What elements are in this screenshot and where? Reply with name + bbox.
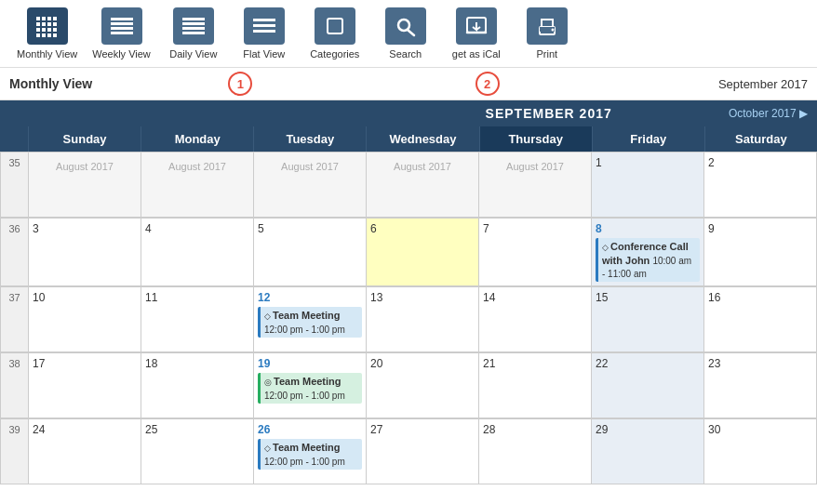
- cal-cell-sep18[interactable]: 18: [141, 353, 254, 418]
- view-title: Monthly View: [9, 76, 224, 91]
- cal-cell-sep13[interactable]: 13: [367, 287, 479, 352]
- flat-view-label: Flat View: [243, 48, 285, 60]
- event-icon: ◇: [264, 444, 271, 453]
- day-number: 5: [258, 222, 362, 235]
- calendar: SEPTEMBER 2017 October 2017 ▶ Sunday Mon…: [0, 100, 817, 484]
- cal-cell-sep3[interactable]: 3: [29, 219, 141, 286]
- header-tuesday: Tuesday: [253, 126, 366, 152]
- svg-rect-17: [111, 22, 133, 25]
- day-number: 14: [483, 291, 587, 304]
- get-as-ical-button[interactable]: get as iCal: [449, 7, 504, 60]
- cal-cell-sep9[interactable]: 9: [704, 219, 817, 286]
- cal-cell-sep16[interactable]: 16: [704, 287, 817, 352]
- day-number: 22: [596, 357, 700, 370]
- flat-view-button[interactable]: Flat View: [236, 7, 292, 60]
- cal-cell-sep21[interactable]: 21: [479, 353, 592, 418]
- cal-cell-sep7[interactable]: 7: [479, 219, 592, 286]
- week-num-39: 39: [1, 419, 29, 484]
- cal-cell-sep20[interactable]: 20: [367, 353, 479, 418]
- cal-cell-sep22[interactable]: 22: [592, 353, 704, 418]
- cal-cell-sep30[interactable]: 30: [704, 419, 817, 484]
- svg-rect-9: [42, 28, 46, 32]
- team-meeting-event-26[interactable]: ◇Team Meeting 12:00 pm - 1:00 pm: [258, 439, 362, 470]
- svg-rect-18: [111, 27, 133, 30]
- cal-cell-sep4[interactable]: 4: [141, 219, 254, 286]
- cal-cell-sep11[interactable]: 11: [141, 287, 254, 352]
- event-name: Team Meeting: [273, 442, 341, 453]
- day-number: 2: [708, 156, 812, 169]
- day-number: 29: [596, 423, 700, 436]
- svg-rect-23: [182, 32, 205, 34]
- search-label: Search: [389, 48, 422, 60]
- day-number: 26: [258, 423, 362, 436]
- next-month-link[interactable]: October 2017 ▶: [729, 107, 808, 120]
- team-meeting-event-12[interactable]: ◇Team Meeting 12:00 pm - 1:00 pm: [258, 307, 362, 338]
- day-number: 23: [708, 357, 812, 370]
- ical-label: get as iCal: [452, 48, 501, 60]
- cal-cell[interactable]: August 2017: [141, 153, 254, 218]
- cal-cell-sep1[interactable]: 1: [592, 153, 704, 218]
- day-number: 1: [596, 156, 700, 169]
- cal-cell-sep5[interactable]: 5: [254, 219, 367, 286]
- conference-call-event[interactable]: ◇Conference Call with John 10:00 am - 11…: [596, 238, 700, 282]
- cal-cell[interactable]: August 2017: [367, 153, 479, 218]
- cal-cell-sep19[interactable]: 19 ◎Team Meeting 12:00 pm - 1:00 pm: [254, 353, 367, 418]
- search-button[interactable]: Search: [378, 7, 434, 60]
- event-name: Team Meeting: [273, 310, 341, 321]
- cal-cell-sep15[interactable]: 15: [592, 287, 704, 352]
- day-number: 6: [370, 222, 475, 235]
- header-saturday: Saturday: [704, 126, 817, 152]
- cal-cell-sep26[interactable]: 26 ◇Team Meeting 12:00 pm - 1:00 pm: [254, 419, 367, 484]
- svg-rect-12: [36, 33, 40, 37]
- weekly-view-label: Weekly View: [92, 48, 151, 60]
- categories-button[interactable]: Categories: [307, 7, 363, 60]
- badge-1[interactable]: 1: [228, 72, 252, 96]
- weekly-view-button[interactable]: Weekly View: [92, 7, 151, 60]
- daily-view-button[interactable]: Daily View: [166, 7, 221, 60]
- svg-rect-2: [47, 17, 51, 20]
- calendar-title-row: SEPTEMBER 2017 October 2017 ▶: [0, 100, 817, 126]
- cal-cell[interactable]: August 2017: [479, 153, 592, 218]
- monthly-view-button[interactable]: Monthly View: [17, 7, 77, 60]
- cal-cell-sep17[interactable]: 17: [29, 353, 141, 418]
- cal-cell-sep29[interactable]: 29: [592, 419, 704, 484]
- cal-cell-sep27[interactable]: 27: [367, 419, 479, 484]
- svg-rect-14: [47, 33, 51, 37]
- svg-point-28: [398, 20, 409, 31]
- cal-cell-sep23[interactable]: 23: [704, 353, 817, 418]
- calendar-title: SEPTEMBER 2017: [368, 106, 728, 121]
- event-icon: ◇: [602, 243, 609, 252]
- cal-cell-sep24[interactable]: 24: [29, 419, 141, 484]
- event-name: Team Meeting: [274, 376, 342, 387]
- event-icon: ◇: [264, 312, 271, 321]
- cal-cell-sep6[interactable]: 6: [367, 219, 479, 286]
- print-button[interactable]: Print: [519, 7, 575, 60]
- cal-cell[interactable]: August 2017: [254, 153, 367, 218]
- svg-rect-26: [253, 30, 275, 33]
- cal-cell-sep8[interactable]: 8 ◇Conference Call with John 10:00 am - …: [592, 219, 704, 286]
- day-number: 18: [145, 357, 249, 370]
- cal-cell-sep12[interactable]: 12 ◇Team Meeting 12:00 pm - 1:00 pm: [254, 287, 367, 352]
- calendar-nav[interactable]: October 2017 ▶: [729, 107, 808, 120]
- day-number: 7: [483, 222, 587, 235]
- week-39: 39 24 25 26 ◇Team Meeting 12:00 pm - 1:0…: [0, 418, 817, 484]
- event-time: 12:00 pm - 1:00 pm: [264, 325, 345, 335]
- badge-2[interactable]: 2: [475, 72, 500, 96]
- cal-cell-sep25[interactable]: 25: [141, 419, 254, 484]
- svg-rect-8: [36, 28, 40, 32]
- cal-cell[interactable]: August 2017: [29, 153, 141, 218]
- day-number: 27: [370, 423, 475, 436]
- cal-cell-sep10[interactable]: 10: [29, 287, 141, 352]
- cal-cell-sep2[interactable]: 2: [704, 153, 817, 218]
- header-friday: Friday: [592, 126, 704, 152]
- cal-cell-sep28[interactable]: 28: [479, 419, 592, 484]
- month-label: August 2017: [145, 156, 249, 172]
- svg-rect-6: [47, 22, 51, 26]
- month-label: August 2017: [370, 156, 475, 172]
- month-label: August 2017: [258, 156, 362, 172]
- flat-view-icon: [244, 7, 285, 45]
- header-bar: Monthly View 1 2 September 2017: [0, 68, 817, 100]
- cal-cell-sep14[interactable]: 14: [479, 287, 592, 352]
- event-icon: ◎: [264, 378, 272, 387]
- team-meeting-event-19[interactable]: ◎Team Meeting 12:00 pm - 1:00 pm: [258, 373, 362, 404]
